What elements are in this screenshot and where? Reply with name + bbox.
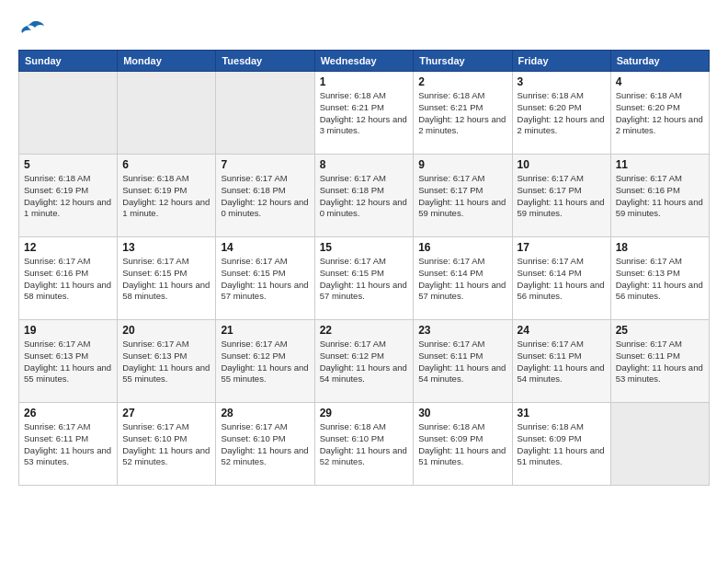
sunset-text: Sunset: 6:20 PM	[616, 102, 704, 114]
sunrise-text: Sunrise: 6:17 AM	[122, 339, 210, 350]
day-info: Sunrise: 6:17 AMSunset: 6:18 PMDaylight:…	[221, 173, 309, 220]
day-number: 21	[221, 324, 309, 337]
day-number: 28	[221, 407, 309, 419]
sunset-text: Sunset: 6:13 PM	[122, 350, 210, 362]
day-info: Sunrise: 6:17 AMSunset: 6:14 PMDaylight:…	[518, 256, 606, 303]
sunset-text: Sunset: 6:13 PM	[616, 268, 704, 280]
day-number: 6	[122, 158, 210, 171]
day-info: Sunrise: 6:17 AMSunset: 6:12 PMDaylight:…	[221, 339, 309, 385]
day-number: 22	[320, 324, 409, 337]
day-number: 19	[24, 324, 112, 337]
sunrise-text: Sunrise: 6:17 AM	[518, 256, 606, 268]
day-info: Sunrise: 6:17 AMSunset: 6:17 PMDaylight:…	[518, 173, 606, 220]
sunset-text: Sunset: 6:21 PM	[418, 102, 506, 114]
sunrise-text: Sunrise: 6:17 AM	[221, 339, 309, 350]
sunset-text: Sunset: 6:10 PM	[320, 433, 409, 445]
weekday-header-row: SundayMondayTuesdayWednesdayThursdayFrid…	[19, 51, 710, 72]
sunset-text: Sunset: 6:15 PM	[221, 268, 309, 280]
calendar-cell: 22Sunrise: 6:17 AMSunset: 6:12 PMDayligh…	[314, 320, 414, 403]
sunrise-text: Sunrise: 6:17 AM	[24, 256, 112, 268]
sunset-text: Sunset: 6:10 PM	[122, 433, 210, 445]
sunrise-text: Sunrise: 6:17 AM	[616, 339, 704, 350]
day-number: 11	[616, 158, 704, 171]
calendar-cell: 7Sunrise: 6:17 AMSunset: 6:18 PMDaylight…	[216, 155, 314, 237]
calendar-cell: 29Sunrise: 6:18 AMSunset: 6:10 PMDayligh…	[314, 403, 414, 486]
sunset-text: Sunset: 6:13 PM	[24, 350, 112, 362]
sunrise-text: Sunrise: 6:18 AM	[418, 421, 506, 433]
sunrise-text: Sunrise: 6:17 AM	[320, 256, 409, 268]
calendar-cell: 8Sunrise: 6:17 AMSunset: 6:18 PMDaylight…	[314, 155, 414, 237]
daylight-text: Daylight: 11 hours and 57 minutes.	[221, 280, 309, 304]
day-number: 1	[320, 75, 409, 88]
day-number: 16	[418, 241, 506, 254]
calendar-cell: 3Sunrise: 6:18 AMSunset: 6:20 PMDaylight…	[512, 72, 610, 155]
sunset-text: Sunset: 6:09 PM	[418, 433, 506, 445]
week-row-5: 26Sunrise: 6:17 AMSunset: 6:11 PMDayligh…	[19, 403, 710, 486]
calendar-cell: 18Sunrise: 6:17 AMSunset: 6:13 PMDayligh…	[610, 237, 709, 320]
sunset-text: Sunset: 6:11 PM	[418, 350, 506, 362]
sunrise-text: Sunrise: 6:17 AM	[221, 256, 309, 268]
day-number: 2	[418, 75, 506, 88]
daylight-text: Daylight: 12 hours and 2 minutes.	[418, 114, 506, 138]
day-info: Sunrise: 6:17 AMSunset: 6:15 PMDaylight:…	[221, 256, 309, 303]
calendar-cell: 31Sunrise: 6:18 AMSunset: 6:09 PMDayligh…	[512, 403, 610, 486]
sunrise-text: Sunrise: 6:17 AM	[518, 339, 606, 350]
daylight-text: Daylight: 11 hours and 51 minutes.	[518, 445, 606, 469]
day-info: Sunrise: 6:18 AMSunset: 6:09 PMDaylight:…	[518, 421, 606, 468]
day-info: Sunrise: 6:17 AMSunset: 6:15 PMDaylight:…	[320, 256, 409, 303]
sunset-text: Sunset: 6:15 PM	[320, 268, 409, 280]
calendar-cell: 20Sunrise: 6:17 AMSunset: 6:13 PMDayligh…	[118, 320, 216, 403]
calendar-cell: 12Sunrise: 6:17 AMSunset: 6:16 PMDayligh…	[19, 237, 118, 320]
day-info: Sunrise: 6:18 AMSunset: 6:20 PMDaylight:…	[616, 90, 704, 137]
day-info: Sunrise: 6:17 AMSunset: 6:16 PMDaylight:…	[616, 173, 704, 220]
daylight-text: Daylight: 11 hours and 58 minutes.	[122, 280, 210, 304]
daylight-text: Daylight: 12 hours and 1 minute.	[24, 197, 112, 221]
week-row-3: 12Sunrise: 6:17 AMSunset: 6:16 PMDayligh…	[19, 237, 710, 320]
sunrise-text: Sunrise: 6:18 AM	[616, 90, 704, 102]
day-info: Sunrise: 6:17 AMSunset: 6:10 PMDaylight:…	[221, 421, 309, 468]
daylight-text: Daylight: 11 hours and 55 minutes.	[122, 362, 210, 386]
sunrise-text: Sunrise: 6:17 AM	[320, 173, 409, 185]
day-number: 5	[24, 158, 112, 171]
daylight-text: Daylight: 11 hours and 59 minutes.	[418, 197, 506, 221]
daylight-text: Daylight: 11 hours and 58 minutes.	[24, 280, 112, 304]
daylight-text: Daylight: 12 hours and 3 minutes.	[320, 114, 409, 138]
calendar-cell	[19, 72, 118, 155]
day-info: Sunrise: 6:17 AMSunset: 6:14 PMDaylight:…	[418, 256, 506, 303]
day-info: Sunrise: 6:18 AMSunset: 6:21 PMDaylight:…	[320, 90, 409, 137]
sunrise-text: Sunrise: 6:17 AM	[122, 421, 210, 433]
day-number: 3	[518, 75, 606, 88]
day-number: 4	[616, 75, 704, 88]
day-info: Sunrise: 6:18 AMSunset: 6:21 PMDaylight:…	[418, 90, 506, 137]
day-number: 26	[24, 407, 112, 419]
calendar-cell: 5Sunrise: 6:18 AMSunset: 6:19 PMDaylight…	[19, 155, 118, 237]
calendar-cell	[216, 72, 314, 155]
sunset-text: Sunset: 6:18 PM	[320, 185, 409, 197]
sunrise-text: Sunrise: 6:17 AM	[320, 339, 409, 350]
daylight-text: Daylight: 11 hours and 54 minutes.	[320, 362, 409, 386]
week-row-2: 5Sunrise: 6:18 AMSunset: 6:19 PMDaylight…	[19, 155, 710, 237]
daylight-text: Daylight: 11 hours and 56 minutes.	[518, 280, 606, 304]
sunrise-text: Sunrise: 6:17 AM	[418, 339, 506, 350]
day-number: 30	[418, 407, 506, 419]
calendar-cell: 25Sunrise: 6:17 AMSunset: 6:11 PMDayligh…	[610, 320, 709, 403]
day-number: 20	[122, 324, 210, 337]
sunset-text: Sunset: 6:11 PM	[616, 350, 704, 362]
daylight-text: Daylight: 11 hours and 57 minutes.	[320, 280, 409, 304]
sunrise-text: Sunrise: 6:17 AM	[221, 173, 309, 185]
day-info: Sunrise: 6:17 AMSunset: 6:13 PMDaylight:…	[122, 339, 210, 385]
sunset-text: Sunset: 6:11 PM	[24, 433, 112, 445]
weekday-header-tuesday: Tuesday	[216, 51, 314, 72]
sunrise-text: Sunrise: 6:17 AM	[616, 256, 704, 268]
day-info: Sunrise: 6:17 AMSunset: 6:11 PMDaylight:…	[418, 339, 506, 385]
logo-icon	[18, 18, 46, 40]
sunrise-text: Sunrise: 6:18 AM	[122, 173, 210, 185]
day-number: 24	[518, 324, 606, 337]
daylight-text: Daylight: 12 hours and 2 minutes.	[518, 114, 606, 138]
daylight-text: Daylight: 12 hours and 2 minutes.	[616, 114, 704, 138]
calendar-cell: 26Sunrise: 6:17 AMSunset: 6:11 PMDayligh…	[19, 403, 118, 486]
sunrise-text: Sunrise: 6:17 AM	[24, 339, 112, 350]
sunset-text: Sunset: 6:16 PM	[24, 268, 112, 280]
sunset-text: Sunset: 6:14 PM	[518, 268, 606, 280]
sunrise-text: Sunrise: 6:18 AM	[518, 90, 606, 102]
